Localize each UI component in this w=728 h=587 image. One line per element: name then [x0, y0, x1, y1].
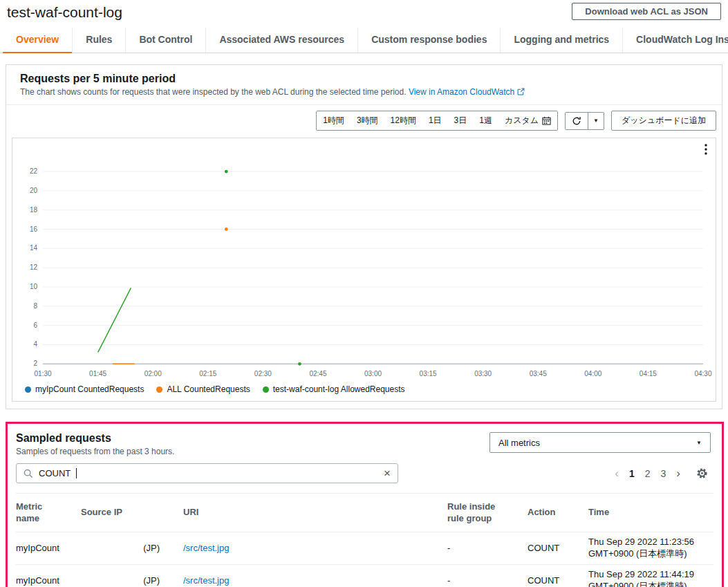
chart-panel-header: Requests per 5 minute period The chart s… — [6, 65, 722, 104]
legend-dot-green — [263, 386, 269, 393]
table-row: myIpCount (JP) /src/test.jpg - COUNT Thu… — [16, 532, 713, 565]
requests-chart: 24681012141618202201:3001:4502:0002:1502… — [15, 144, 713, 383]
svg-text:2: 2 — [33, 360, 37, 367]
table-header: Metric name Source IP URI Rule inside ru… — [16, 493, 713, 532]
kebab-menu-icon[interactable] — [703, 142, 709, 156]
legend-item-all[interactable]: ALL CountedRequests — [156, 384, 250, 394]
chart-widget: 24681012141618202201:3001:4502:0002:1502… — [12, 138, 716, 402]
col-metric-name: Metric name — [16, 494, 74, 532]
cloudwatch-link[interactable]: View in Amazon CloudWatch — [409, 87, 514, 97]
time-range-12h[interactable]: 12時間 — [384, 111, 422, 130]
time-range-1w[interactable]: 1週 — [473, 111, 498, 130]
search-row: COUNT × ‹ 1 2 3 › — [16, 463, 713, 483]
cell-rule: - — [440, 571, 521, 587]
chevron-down-icon: ▼ — [696, 440, 702, 446]
time-range-custom[interactable]: カスタム — [498, 111, 557, 130]
requests-chart-panel: Requests per 5 minute period The chart s… — [6, 64, 722, 409]
time-range-3d[interactable]: 3日 — [448, 111, 474, 130]
time-range-group: 1時間 3時間 12時間 1日 3日 1週 カスタム — [316, 111, 558, 131]
tab-overview[interactable]: Overview — [3, 28, 72, 53]
svg-text:03:30: 03:30 — [474, 370, 492, 378]
tab-logging-metrics[interactable]: Logging and metrics — [500, 28, 622, 53]
tab-associated-resources[interactable]: Associated AWS resources — [205, 28, 357, 53]
svg-text:02:15: 02:15 — [199, 370, 216, 378]
legend-item-myipcount[interactable]: myIpCount CountedRequests — [25, 384, 144, 394]
tab-cloudwatch-log-insights[interactable]: CloudWatch Log Insights New — [622, 28, 728, 53]
svg-text:04:15: 04:15 — [640, 370, 657, 378]
svg-text:22: 22 — [30, 167, 38, 175]
table-row: myIpCount (JP) /src/test.jpg - COUNT Thu… — [16, 565, 713, 587]
pagination: ‹ 1 2 3 › — [615, 467, 708, 479]
cell-action: COUNT — [521, 571, 581, 587]
svg-text:8: 8 — [33, 302, 37, 310]
page-header: test-waf-count-log Download web ACL as J… — [0, 3, 728, 21]
pagination-prev-icon[interactable]: ‹ — [615, 467, 619, 479]
refresh-button[interactable] — [566, 113, 588, 129]
download-acl-button[interactable]: Download web ACL as JSON — [572, 3, 721, 20]
chevron-down-icon: ▼ — [593, 118, 599, 124]
cell-uri: /src/test.jpg — [176, 539, 440, 557]
col-source-ip: Source IP — [74, 499, 176, 525]
svg-text:18: 18 — [30, 206, 38, 214]
cell-source-ip: (JP) — [74, 539, 176, 557]
svg-text:03:15: 03:15 — [420, 370, 437, 378]
svg-text:6: 6 — [33, 322, 37, 329]
uri-link[interactable]: /src/test.jpg — [183, 575, 229, 586]
svg-text:04:30: 04:30 — [694, 370, 711, 378]
cell-source-ip: (JP) — [74, 571, 176, 587]
cell-metric: myIpCount — [16, 539, 74, 557]
cell-metric: myIpCount — [16, 571, 74, 587]
text-cursor — [76, 468, 77, 478]
refresh-group: ▼ — [565, 112, 604, 130]
time-range-1h[interactable]: 1時間 — [317, 111, 351, 130]
chart-title: Requests per 5 minute period — [20, 73, 708, 85]
svg-text:16: 16 — [30, 225, 38, 233]
metrics-filter-select[interactable]: All metrics ▼ — [489, 432, 711, 453]
external-link-icon — [517, 88, 525, 95]
waf-console-page: test-waf-count-log Download web ACL as J… — [0, 0, 728, 587]
pagination-page-1[interactable]: 1 — [629, 468, 635, 479]
search-icon — [24, 469, 33, 478]
sampled-requests-panel: Sampled requests Samples of requests fro… — [6, 422, 724, 587]
sampled-header: Sampled requests Samples of requests fro… — [16, 432, 713, 456]
svg-text:02:45: 02:45 — [309, 370, 326, 378]
refresh-options-button[interactable]: ▼ — [588, 113, 604, 129]
legend-item-allowed[interactable]: test-waf-count-log AllowedRequests — [263, 384, 405, 394]
pagination-page-3[interactable]: 3 — [661, 468, 666, 479]
chart-description: The chart shows counts for requests that… — [20, 87, 708, 97]
tab-bar: Overview Rules Bot Control Associated AW… — [0, 28, 728, 53]
col-uri: URI — [176, 499, 440, 525]
col-time: Time — [581, 499, 713, 525]
svg-text:01:45: 01:45 — [89, 370, 106, 378]
clear-search-icon[interactable]: × — [384, 467, 391, 479]
calendar-icon — [542, 116, 551, 125]
svg-text:14: 14 — [30, 244, 38, 252]
svg-text:4: 4 — [33, 340, 37, 348]
chart-legend: myIpCount CountedRequests ALL CountedReq… — [15, 383, 713, 400]
tab-rules[interactable]: Rules — [72, 28, 125, 53]
pagination-next-icon[interactable]: › — [676, 467, 680, 479]
search-value: COUNT — [39, 468, 71, 478]
sampled-title: Sampled requests — [16, 432, 174, 445]
settings-gear-icon[interactable] — [696, 467, 708, 479]
svg-text:12: 12 — [30, 263, 38, 271]
page-title: test-waf-count-log — [7, 3, 122, 21]
tab-custom-response-bodies[interactable]: Custom response bodies — [357, 28, 500, 53]
svg-text:04:00: 04:00 — [584, 370, 601, 378]
tab-bot-control[interactable]: Bot Control — [125, 28, 205, 53]
cell-action: COUNT — [521, 539, 581, 557]
pagination-page-2[interactable]: 2 — [645, 468, 651, 479]
cell-rule: - — [440, 539, 521, 557]
cell-uri: /src/test.jpg — [176, 571, 440, 587]
svg-text:03:45: 03:45 — [530, 370, 547, 378]
refresh-icon — [572, 116, 581, 126]
cell-time: Thu Sep 29 2022 11:23:56 GMT+0900 (日本標準時… — [581, 532, 713, 564]
sampled-requests-table: Metric name Source IP URI Rule inside ru… — [16, 493, 713, 587]
uri-link[interactable]: /src/test.jpg — [183, 543, 229, 553]
time-range-3h[interactable]: 3時間 — [351, 111, 384, 130]
time-range-1d[interactable]: 1日 — [422, 111, 448, 130]
add-to-dashboard-button[interactable]: ダッシュボードに追加 — [611, 111, 716, 131]
cell-time: Thu Sep 29 2022 11:44:19 GMT+0900 (日本標準時… — [581, 565, 713, 587]
search-input[interactable]: COUNT × — [16, 463, 398, 483]
svg-text:10: 10 — [30, 283, 38, 290]
